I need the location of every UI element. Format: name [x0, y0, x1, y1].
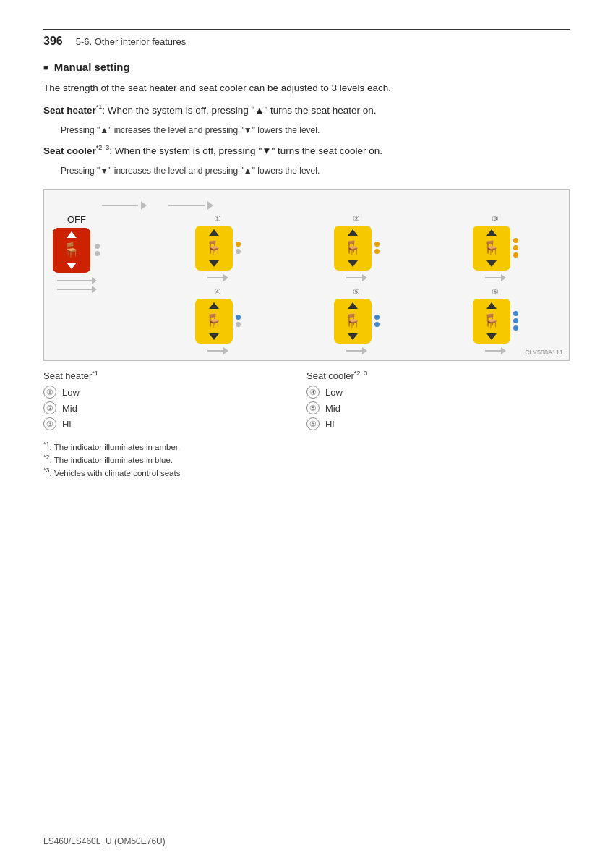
- footer-text: LS460/LS460L_U (OM50E76U): [43, 836, 166, 846]
- dots-4: [236, 315, 241, 327]
- grid-cell-6: ⑥ 🪑: [430, 287, 560, 354]
- para-seat-cooler: Seat cooler*2, 3: When the system is off…: [43, 142, 570, 158]
- up-triangle-icon: [67, 231, 77, 238]
- button-grid: ① 🪑: [153, 214, 560, 354]
- diagram-main: OFF 🪑: [53, 214, 560, 354]
- seat-button-2: 🪑: [334, 226, 372, 271]
- chapter-title: 5-6. Other interior features: [76, 36, 186, 47]
- down-triangle-1: [209, 260, 219, 267]
- seat-icon-1: 🪑: [205, 241, 223, 255]
- grid-cell-1: ① 🪑: [153, 214, 283, 281]
- top-arrows: [102, 201, 560, 210]
- footnote-1: *1: The indicator illuminates in amber.: [43, 441, 570, 451]
- seat-button-5: 🪑: [334, 299, 372, 344]
- indented-text-2: Pressing "▼" increases the level and pre…: [61, 164, 570, 177]
- page-header: 396 5-6. Other interior features: [43, 29, 570, 48]
- seat-icon-off: 🪑: [63, 243, 80, 257]
- footer: LS460/LS460L_U (OM50E76U): [43, 836, 166, 846]
- circle-3: ③: [492, 214, 499, 224]
- diagram-box: OFF 🪑: [43, 189, 570, 361]
- footnote-2: *2: The indicator illuminates in blue.: [43, 454, 570, 464]
- legend-heater-title: Seat heater*1: [43, 370, 306, 381]
- legend-item-cooler-5: ⑤ Mid: [306, 401, 570, 414]
- grid-cell-5: ⑤ 🪑: [291, 287, 421, 354]
- legend-col-cooler: Seat cooler*2, 3 ④ Low ⑤ Mid ⑥ Hi: [306, 370, 570, 433]
- legend-item-heater-3: ③ Hi: [43, 417, 306, 430]
- dots-1: [236, 242, 241, 254]
- grid-cell-4: ④ 🪑: [153, 287, 283, 354]
- grid-cell-3: ③ 🪑: [430, 214, 560, 281]
- diagram-code: CLY588A111: [525, 349, 563, 356]
- down-triangle-icon: [67, 263, 77, 269]
- off-label: OFF: [67, 214, 86, 225]
- circle-4: ④: [214, 287, 221, 297]
- dots-5: [374, 315, 380, 327]
- para-seat-heater: Seat heater*1: When the system is off, p…: [43, 102, 570, 118]
- footnote-3: *3: Vehicles with climate control seats: [43, 467, 570, 477]
- legend-section: Seat heater*1 ① Low ② Mid ③ Hi Seat cool…: [43, 370, 570, 433]
- circle-6: ⑥: [492, 287, 499, 297]
- off-section: OFF 🪑: [53, 214, 147, 293]
- legend-item-cooler-4: ④ Low: [306, 386, 570, 399]
- legend-item-cooler-6: ⑥ Hi: [306, 417, 570, 430]
- legend-col-heater: Seat heater*1 ① Low ② Mid ③ Hi: [43, 370, 306, 433]
- seat-button-off: 🪑: [53, 228, 90, 273]
- legend-item-heater-2: ② Mid: [43, 401, 306, 414]
- bottom-arrows: [57, 277, 97, 293]
- section-heading: Manual setting: [43, 61, 570, 73]
- legend-cooler-title: Seat cooler*2, 3: [306, 370, 570, 381]
- legend-item-heater-1: ① Low: [43, 386, 306, 399]
- footnotes: *1: The indicator illuminates in amber. …: [43, 441, 570, 477]
- up-triangle-1: [209, 229, 219, 236]
- seat-button-6: 🪑: [473, 299, 510, 344]
- circle-2: ②: [353, 214, 360, 224]
- circle-5: ⑤: [353, 287, 360, 297]
- grid-cell-2: ② 🪑: [291, 214, 421, 281]
- off-dots: [95, 244, 100, 256]
- dots-3: [513, 238, 518, 258]
- indented-text-1: Pressing "▲" increases the level and pre…: [61, 124, 570, 137]
- circle-1: ①: [214, 214, 221, 224]
- para1: The strength of the seat heater and seat…: [43, 80, 570, 96]
- dots-6: [513, 311, 518, 331]
- page-number: 396: [43, 35, 63, 48]
- seat-button-1: 🪑: [195, 226, 233, 271]
- seat-button-3: 🪑: [473, 226, 510, 271]
- dots-2: [374, 242, 380, 254]
- seat-button-4: 🪑: [195, 299, 233, 344]
